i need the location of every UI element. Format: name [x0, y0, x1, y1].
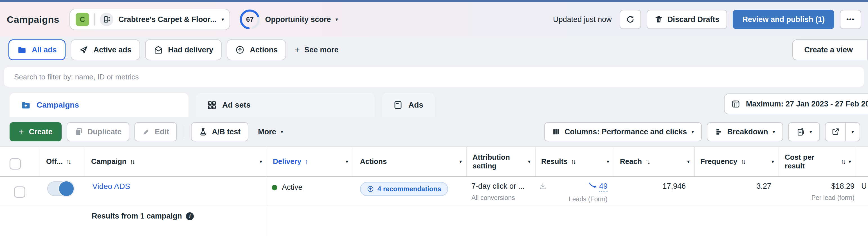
account-selector[interactable]: C Crabtree's Carpet & Floor... ▾ — [69, 9, 230, 30]
duplicate-button[interactable]: Duplicate — [67, 122, 130, 141]
see-more-filters[interactable]: + See more — [294, 39, 338, 60]
toggle-knob — [58, 180, 75, 197]
chevron-down-icon: ▾ — [607, 159, 609, 164]
filter-chip-actions[interactable]: Actions — [227, 39, 286, 60]
filter-chip-label: Active ads — [94, 46, 132, 54]
recommendations-label: 4 recommendations — [377, 185, 441, 193]
summary-label: Results from 1 campaign — [92, 212, 182, 220]
filter-chip-all-ads[interactable]: All ads — [8, 39, 65, 60]
calendar-icon — [731, 99, 740, 109]
export-icon — [831, 127, 840, 136]
footer-spacer — [353, 206, 467, 236]
campaign-name-link[interactable]: Video ADS — [89, 182, 130, 191]
plus-icon: + — [19, 127, 24, 137]
create-view-button[interactable]: Create a view — [792, 39, 868, 60]
sort-icon: ↑↓ — [645, 158, 649, 166]
reports-button[interactable]: ▾ — [788, 122, 820, 141]
footer-spacer — [614, 206, 695, 236]
cost-value: $18.29 — [784, 182, 855, 191]
tab-ads[interactable]: Ads — [382, 93, 435, 117]
download-icon[interactable] — [539, 182, 547, 190]
review-publish-button[interactable]: Review and publish (1) — [733, 10, 834, 29]
export-button[interactable] — [826, 123, 845, 141]
more-actions-button[interactable]: More ▾ — [253, 127, 288, 136]
row-checkbox[interactable] — [14, 186, 25, 198]
edit-button[interactable]: Edit — [134, 122, 177, 141]
header-label: Campaign — [91, 157, 127, 166]
header-label: Frequency — [700, 157, 738, 166]
table-toolbar-right: Columns: Performance and clicks ▾ Breakd… — [544, 122, 860, 141]
create-button[interactable]: + Create — [9, 122, 62, 141]
sort-icon: ↑↓ — [741, 158, 745, 166]
campaign-toggle-on[interactable] — [47, 181, 74, 196]
chevron-down-icon: ▾ — [691, 129, 694, 134]
header-attribution[interactable]: Attribution setting ▾ — [467, 147, 535, 176]
export-options-button[interactable]: ▾ — [846, 123, 860, 141]
header-label: Delivery — [273, 157, 301, 166]
circle-arrow-up-icon — [235, 45, 245, 55]
flask-icon — [199, 127, 207, 136]
sort-icon: ↑↓ — [841, 158, 845, 166]
divider — [184, 124, 184, 139]
folder-icon — [17, 45, 27, 55]
results-value[interactable]: 49 — [599, 182, 608, 192]
header-cost-per-result[interactable]: Cost per result ↑↓ ▾ — [779, 147, 856, 176]
discard-drafts-button[interactable]: Discard Drafts — [647, 10, 727, 29]
opportunity-score-value: 67 — [239, 9, 260, 30]
columns-icon — [552, 128, 560, 136]
filter-chip-active-ads[interactable]: Active ads — [71, 39, 140, 60]
refresh-button[interactable] — [620, 10, 641, 29]
columns-button[interactable]: Columns: Performance and clicks ▾ — [544, 122, 702, 141]
breakdown-button[interactable]: Breakdown ▾ — [707, 122, 783, 141]
recommendations-pill[interactable]: 4 recommendations — [360, 182, 448, 196]
header-results[interactable]: Results ↑↓ ▾ — [535, 147, 614, 176]
tab-campaigns[interactable]: Campaigns — [9, 93, 188, 117]
create-label: Create — [29, 127, 53, 136]
header-label: Attribution setting — [472, 153, 524, 170]
header-select-all — [0, 147, 39, 176]
header-actions[interactable]: Actions ▾ — [353, 147, 467, 176]
tab-ad-sets[interactable]: Ad sets — [196, 93, 375, 117]
footer-spacer — [0, 206, 39, 236]
page-icon — [393, 100, 403, 110]
header-reach[interactable]: Reach ↑↓ ▾ — [614, 147, 695, 176]
select-all-checkbox[interactable] — [9, 158, 21, 170]
filter-chip-had-delivery[interactable]: Had delivery — [145, 39, 222, 60]
info-icon[interactable]: i — [186, 212, 194, 220]
footer-spacer — [779, 206, 856, 236]
breakdown-label: Breakdown — [727, 127, 768, 136]
ab-test-button[interactable]: A/B test — [191, 122, 248, 141]
review-publish-label: Review and publish (1) — [742, 15, 825, 24]
header-frequency[interactable]: Frequency ↑↓ ▾ — [695, 147, 779, 176]
opportunity-gauge: 67 — [239, 9, 260, 30]
attribution-value: 7-day click or ... — [471, 182, 531, 191]
ellipsis-icon: ••• — [846, 16, 855, 23]
copy-icon — [74, 127, 83, 136]
edit-label: Edit — [155, 127, 169, 136]
campaign-folder-icon — [21, 100, 31, 110]
attribution-sub: All conversions — [471, 194, 531, 202]
see-more-label: See more — [304, 46, 339, 54]
chevron-down-icon: ▾ — [848, 159, 851, 164]
header-delivery[interactable]: Delivery ↑ ▾ — [267, 147, 353, 176]
top-bar-actions: Updated just now Discard Drafts Review a… — [553, 10, 861, 29]
top-accent-strip — [0, 0, 868, 2]
sort-asc-icon: ↑ — [305, 158, 307, 166]
search-input[interactable] — [4, 67, 864, 87]
trash-icon — [654, 15, 663, 24]
footer-summary-cell: Results from 1 campaign i — [84, 206, 267, 236]
row-partial-cell: U — [856, 177, 868, 206]
header-campaign[interactable]: Campaign ↑↓ ▾ — [84, 147, 267, 176]
header-label: Actions — [360, 157, 387, 166]
tab-label: Ad sets — [222, 100, 251, 110]
divider — [94, 13, 95, 26]
row-attribution-cell: 7-day click or ... All conversions — [467, 177, 535, 206]
filter-chip-label: Actions — [250, 46, 278, 54]
header-off[interactable]: Off... ↑↓ — [39, 147, 84, 176]
more-options-button[interactable]: ••• — [840, 10, 861, 29]
opportunity-score[interactable]: 67 Opportunity score ▾ — [239, 9, 338, 30]
header-label: Results — [541, 157, 568, 166]
account-avatar: C — [76, 13, 89, 26]
date-range-picker[interactable]: Maximum: 27 Jan 2023 - 27 Feb 202 — [724, 93, 868, 114]
delivery-status: Active — [282, 183, 303, 192]
